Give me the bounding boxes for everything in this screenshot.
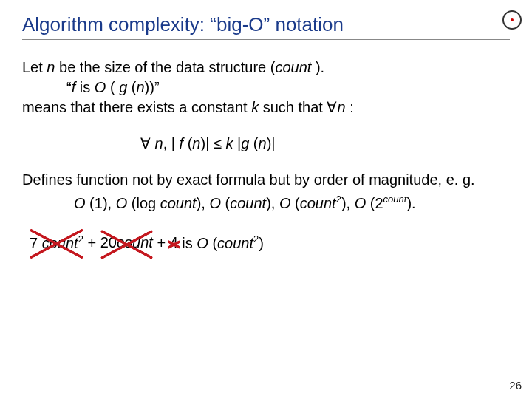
text: ), xyxy=(266,195,279,211)
var-g: g xyxy=(119,79,127,95)
var-n: n xyxy=(259,135,267,151)
crossed-term-2: 20count xyxy=(100,233,153,253)
example-expression: 7 count2 + 20count + 4 is O (count2) xyxy=(22,233,510,253)
text: (log xyxy=(127,195,160,211)
big-o: O xyxy=(74,195,86,211)
text: ) xyxy=(259,234,264,250)
formula: ∀ n, | f (n)| ≤ k |g (n)| xyxy=(22,134,510,154)
crossed-term-1: 7 count2 xyxy=(30,233,83,253)
text: 4 xyxy=(170,234,178,250)
definition-paragraph: Defines function not by exact formula bu… xyxy=(22,170,510,190)
text: Let xyxy=(22,59,47,75)
text: + xyxy=(153,234,170,250)
intro-line-1: Let n be the size of the data structure … xyxy=(22,58,510,78)
text: 20 xyxy=(100,234,117,250)
var-count: count xyxy=(160,195,197,211)
text: ( xyxy=(249,135,258,151)
slide-title: Algorithm complexity: “big-O” notation xyxy=(22,13,510,40)
text: ( xyxy=(291,195,300,211)
text: | xyxy=(233,135,241,151)
big-o: O xyxy=(95,79,106,95)
text: 7 xyxy=(30,234,42,250)
superscript: 2 xyxy=(78,233,83,245)
text: ). xyxy=(406,195,415,211)
text: means that there exists a constant xyxy=(22,99,251,115)
big-o: O xyxy=(116,195,128,211)
var-n: n xyxy=(47,59,55,75)
logo-icon xyxy=(502,10,522,30)
text: ( xyxy=(183,135,192,151)
var-count: count xyxy=(300,195,336,211)
page-number: 26 xyxy=(509,379,522,392)
big-o: O xyxy=(197,234,208,250)
text: + xyxy=(83,234,100,250)
text: (1), xyxy=(86,195,116,211)
text: be the size of the data structure ( xyxy=(55,59,275,75)
var-k: k xyxy=(251,99,259,115)
var-count: count xyxy=(117,234,153,250)
text: is xyxy=(178,234,197,250)
var-n: n xyxy=(155,135,163,151)
text: ))” xyxy=(145,79,160,95)
var-k: k xyxy=(225,135,233,151)
crossed-term-3: 4 xyxy=(170,233,178,253)
text: ), xyxy=(197,195,210,211)
text: ). xyxy=(311,59,324,75)
var-n: n xyxy=(337,99,345,115)
text: ( xyxy=(208,234,217,250)
big-o: O xyxy=(279,195,291,211)
text: “ xyxy=(66,79,72,95)
slide: Algorithm complexity: “big-O” notation L… xyxy=(0,0,532,253)
forall-symbol: ∀ xyxy=(327,99,337,115)
text: ( xyxy=(221,195,230,211)
text: ), xyxy=(341,195,355,211)
var-count: count xyxy=(275,59,311,75)
text: : xyxy=(346,99,354,115)
text: )| ≤ xyxy=(200,135,225,151)
text: such that xyxy=(259,99,327,115)
var-n: n xyxy=(192,135,200,151)
forall-symbol: ∀ xyxy=(140,135,155,151)
text: ( xyxy=(106,79,119,95)
text: (2 xyxy=(366,195,383,211)
intro-line-3: means that there exists a constant k suc… xyxy=(22,98,510,117)
var-count: count xyxy=(217,234,253,250)
var-n: n xyxy=(136,79,144,95)
text: ( xyxy=(127,79,136,95)
var-g: g xyxy=(241,135,249,151)
intro-line-2: “f is O ( g (n))” xyxy=(22,78,510,98)
superscript-count: count xyxy=(383,194,407,205)
big-o: O xyxy=(209,195,221,211)
text: , | xyxy=(163,135,180,151)
big-o: O xyxy=(355,195,366,211)
complexity-list: O (1), O (log count), O (count), O (coun… xyxy=(22,193,510,214)
slide-body: Let n be the size of the data structure … xyxy=(22,58,510,253)
text: is xyxy=(75,79,95,95)
superscript: 2 xyxy=(336,194,341,205)
var-count: count xyxy=(42,234,78,250)
var-count: count xyxy=(230,195,266,211)
text: )| xyxy=(267,135,276,151)
